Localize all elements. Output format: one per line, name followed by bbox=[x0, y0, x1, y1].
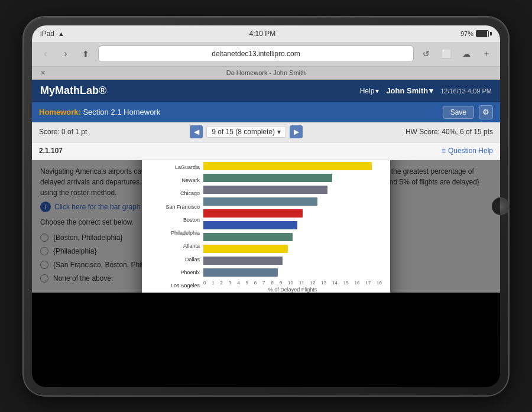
chart-container: U.S. Airports with the Greatest % of Del… bbox=[150, 160, 382, 293]
user-menu-button[interactable]: John Smith ▾ bbox=[386, 86, 433, 95]
tab-close[interactable]: ✕ bbox=[40, 69, 46, 77]
x-tick-16: 16 bbox=[354, 280, 359, 286]
save-button[interactable]: Save bbox=[443, 106, 474, 119]
hw-score-display: HW Score: 40%, 6 of 15 pts bbox=[406, 128, 493, 136]
bar-2 bbox=[203, 186, 327, 194]
question-navigation: ◀ 9 of 15 (8 complete) ▾ ▶ bbox=[190, 125, 303, 138]
chart-label-0: LaGuardia bbox=[150, 162, 200, 173]
homework-bar: Homework: Section 2.1 Homework Save ⚙ bbox=[32, 102, 500, 122]
back-button[interactable]: ‹ bbox=[38, 46, 53, 61]
chart-label-9: Los Angeles bbox=[150, 280, 200, 291]
tablet-device: iPad ▲ 4:10 PM 97% ‹ › ⬆ deltanetdec13.i… bbox=[24, 17, 508, 395]
homework-bar-right: Save ⚙ bbox=[443, 105, 493, 119]
chart-x-label: % of Delayed Flights bbox=[203, 287, 382, 293]
help-button[interactable]: Help ▾ bbox=[360, 87, 379, 95]
bar-row-6 bbox=[203, 232, 382, 242]
modal-window: Bar Graph − ✕ U.S. Airports with the Gre… bbox=[142, 160, 390, 293]
x-tick-13: 13 bbox=[321, 280, 326, 286]
help-chevron-icon: ▾ bbox=[375, 87, 379, 95]
chart-label-1: Newark bbox=[150, 175, 200, 186]
chart-labels: LaGuardiaNewarkChicagoSan FranciscoBosto… bbox=[150, 161, 203, 293]
header-date: 12/16/13 4:09 PM bbox=[440, 87, 492, 95]
x-tick-12: 12 bbox=[310, 280, 315, 286]
nav-bar: Score: 0 of 1 pt ◀ 9 of 15 (8 complete) … bbox=[32, 122, 500, 142]
x-tick-1: 1 bbox=[212, 280, 214, 286]
chart-bars bbox=[203, 161, 382, 278]
app-content: MyMathLab® Help ▾ John Smith ▾ 12/16/13 … bbox=[32, 80, 500, 293]
forward-button[interactable]: › bbox=[58, 46, 73, 61]
x-tick-0: 0 bbox=[203, 280, 206, 286]
bar-row-0 bbox=[203, 161, 382, 171]
bar-row-8 bbox=[203, 255, 382, 266]
status-right: 97% bbox=[460, 30, 492, 37]
bar-5 bbox=[203, 221, 297, 229]
ipad-label: iPad bbox=[40, 30, 54, 38]
bar-4 bbox=[203, 209, 303, 218]
wifi-icon: ▲ bbox=[58, 30, 64, 37]
bar-7 bbox=[203, 245, 288, 253]
chart-x-axis: 0123456789101112131415161718 bbox=[203, 280, 382, 286]
chart-label-7: Dallas bbox=[150, 254, 200, 265]
x-tick-10: 10 bbox=[288, 280, 293, 286]
chart-area: LaGuardiaNewarkChicagoSan FranciscoBosto… bbox=[150, 161, 382, 293]
homework-label: Homework: bbox=[39, 108, 81, 116]
bar-9 bbox=[203, 268, 278, 277]
question-position: 9 of 15 (8 complete) bbox=[212, 128, 275, 136]
add-tab-button[interactable]: ＋ bbox=[479, 46, 494, 61]
status-time: 4:10 PM bbox=[249, 30, 276, 38]
share-button[interactable]: ⬆ bbox=[78, 46, 93, 61]
x-tick-9: 9 bbox=[280, 280, 282, 286]
cloud-button[interactable]: ☁ bbox=[459, 46, 474, 61]
score-display: Score: 0 of 1 pt bbox=[39, 128, 87, 136]
question-number: 2.1.107 bbox=[39, 147, 63, 155]
x-tick-17: 17 bbox=[365, 280, 371, 286]
chart-label-6: Atlanta bbox=[150, 241, 200, 251]
tablet-screen: iPad ▲ 4:10 PM 97% ‹ › ⬆ deltanetdec13.i… bbox=[32, 25, 500, 387]
x-tick-2: 2 bbox=[220, 280, 223, 286]
x-tick-6: 6 bbox=[254, 280, 257, 286]
bar-3 bbox=[203, 197, 317, 206]
chart-label-5: Philadelphia bbox=[150, 228, 200, 238]
bar-row-4 bbox=[203, 208, 382, 219]
x-tick-5: 5 bbox=[245, 280, 248, 286]
bar-row-2 bbox=[203, 184, 382, 195]
x-tick-3: 3 bbox=[229, 280, 231, 286]
url-bar[interactable]: deltanetdec13.intellipro.com bbox=[98, 46, 414, 62]
tab-title: Do Homework - John Smith bbox=[226, 69, 306, 76]
battery-indicator bbox=[476, 30, 492, 37]
x-tick-8: 8 bbox=[271, 280, 273, 286]
chart-label-8: Phoenix bbox=[150, 267, 200, 278]
content-area: Navigating America's airports can be tou… bbox=[32, 160, 500, 293]
chart-label-3: San Francisco bbox=[150, 202, 200, 212]
next-question-button[interactable]: ▶ bbox=[290, 125, 303, 138]
tabs-button[interactable]: ⬜ bbox=[439, 46, 454, 61]
chart-label-4: Boston bbox=[150, 215, 200, 225]
chart-bars-wrapper: 0123456789101112131415161718 % of Delaye… bbox=[203, 161, 382, 293]
chart-label-2: Chicago bbox=[150, 188, 200, 199]
bar-8 bbox=[203, 257, 283, 265]
question-info: 9 of 15 (8 complete) ▾ bbox=[206, 126, 286, 138]
x-tick-15: 15 bbox=[343, 280, 349, 286]
modal-body: U.S. Airports with the Greatest % of Del… bbox=[142, 160, 390, 293]
homework-title: Homework: Section 2.1 Homework bbox=[39, 108, 160, 116]
mml-header: MyMathLab® Help ▾ John Smith ▾ 12/16/13 … bbox=[32, 80, 500, 102]
x-tick-7: 7 bbox=[262, 280, 265, 286]
bar-row-9 bbox=[203, 267, 382, 278]
bar-row-3 bbox=[203, 196, 382, 207]
status-left: iPad ▲ bbox=[40, 30, 64, 38]
question-dropdown-icon: ▾ bbox=[277, 128, 281, 136]
x-tick-11: 11 bbox=[299, 280, 304, 286]
url-text: deltanetdec13.intellipro.com bbox=[212, 50, 300, 58]
x-tick-4: 4 bbox=[237, 280, 239, 286]
question-help-button[interactable]: ≡ Question Help bbox=[442, 147, 493, 155]
list-icon: ≡ bbox=[442, 147, 446, 155]
reload-button[interactable]: ↺ bbox=[419, 46, 434, 61]
bar-1 bbox=[203, 174, 332, 182]
x-tick-14: 14 bbox=[332, 280, 338, 286]
mml-logo: MyMathLab® bbox=[40, 85, 106, 97]
bar-row-5 bbox=[203, 220, 382, 231]
settings-button[interactable]: ⚙ bbox=[479, 105, 493, 119]
prev-question-button[interactable]: ◀ bbox=[190, 125, 203, 138]
bar-0 bbox=[203, 162, 372, 170]
modal-overlay: Bar Graph − ✕ U.S. Airports with the Gre… bbox=[32, 160, 500, 293]
